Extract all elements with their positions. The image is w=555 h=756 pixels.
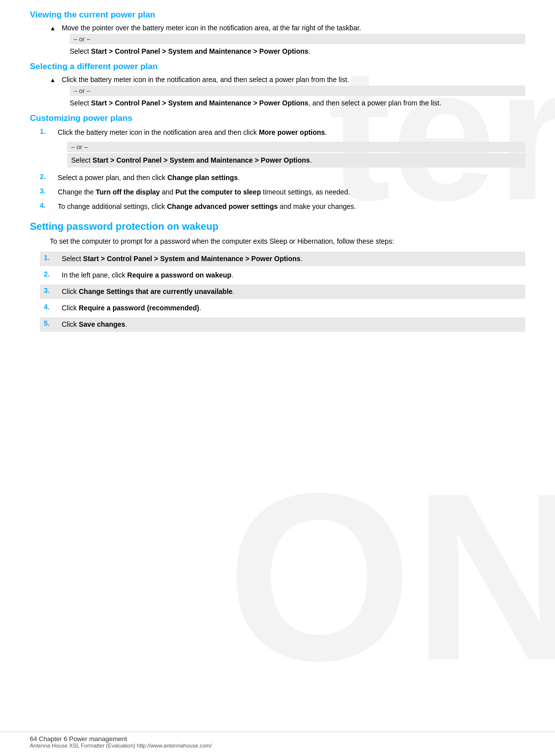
step-number-1: 1. xyxy=(40,127,55,135)
selecting-select1: Select Start > Control Panel > System an… xyxy=(70,98,525,108)
step2-text: Select a power plan, and then click Chan… xyxy=(58,173,525,183)
password-step-number-5: 5. xyxy=(44,319,59,327)
bullet-triangle-1: ▲ xyxy=(50,25,56,32)
step-number-2: 2. xyxy=(40,173,55,181)
viewing-bullet1-text: Move the pointer over the battery meter … xyxy=(62,24,525,32)
password-step3: 3. Click Change Settings that are curren… xyxy=(40,284,525,299)
password-step1: 1. Select Start > Control Panel > System… xyxy=(40,252,525,266)
customizing-step1b: Select Start > Control Panel > System an… xyxy=(67,153,525,168)
password-step4-text: Click Require a password (recommended). xyxy=(62,303,521,313)
viewing-select1: Select Start > Control Panel > System an… xyxy=(70,46,525,57)
main-content: Viewing the current power plan ▲ Move th… xyxy=(30,10,525,332)
page-footer: 64 Chapter 6 Power management Antenna Ho… xyxy=(0,732,555,749)
password-step1-text: Select Start > Control Panel > System an… xyxy=(62,254,521,264)
password-step-number-3: 3. xyxy=(44,286,59,294)
step-number-3: 3. xyxy=(40,187,55,195)
heading-customizing: Customizing power plans xyxy=(30,113,525,123)
viewing-bullet1: ▲ Move the pointer over the battery mete… xyxy=(30,24,525,32)
customizing-step1: 1. Click the battery meter icon in the n… xyxy=(40,127,525,138)
password-intro: To set the computer to prompt for a pass… xyxy=(50,236,525,247)
viewing-or-divider: – or – xyxy=(70,34,525,44)
step1-text: Click the battery meter icon in the noti… xyxy=(58,127,525,138)
password-step-number-1: 1. xyxy=(44,254,59,262)
customizing-step2: 2. Select a power plan, and then click C… xyxy=(40,173,525,183)
bullet-triangle-2: ▲ xyxy=(50,77,56,84)
footer-attribution: Antenna House XSL Formatter (Evaluation)… xyxy=(30,743,525,749)
password-step-number-2: 2. xyxy=(44,270,59,278)
customizing-step4: 4. To change additional settings, click … xyxy=(40,201,525,212)
password-step-number-4: 4. xyxy=(44,303,59,311)
heading-password: Setting password protection on wakeup xyxy=(30,221,525,232)
heading-viewing: Viewing the current power plan xyxy=(30,10,525,20)
selecting-bullet1: ▲ Click the battery meter icon in the no… xyxy=(30,76,525,84)
customizing-or-divider: – or – xyxy=(67,142,525,152)
step3-text: Change the Turn off the display and Put … xyxy=(58,187,525,197)
password-step5: 5. Click Save changes. xyxy=(40,317,525,332)
password-step5-text: Click Save changes. xyxy=(62,319,521,330)
selecting-bullet1-text: Click the battery meter icon in the noti… xyxy=(62,76,525,84)
step-number-4: 4. xyxy=(40,201,55,209)
footer-page-info: 64 Chapter 6 Power management xyxy=(30,735,525,743)
password-step4: 4. Click Require a password (recommended… xyxy=(40,301,525,315)
password-step2-text: In the left pane, click Require a passwo… xyxy=(62,270,521,281)
step4-text: To change additional settings, click Cha… xyxy=(58,201,525,212)
password-step3-text: Click Change Settings that are currently… xyxy=(62,286,521,297)
heading-selecting: Selecting a different power plan xyxy=(30,62,525,72)
selecting-or-divider: – or – xyxy=(70,86,525,96)
customizing-step3: 3. Change the Turn off the display and P… xyxy=(40,187,525,197)
password-step2: 2. In the left pane, click Require a pas… xyxy=(40,268,525,283)
